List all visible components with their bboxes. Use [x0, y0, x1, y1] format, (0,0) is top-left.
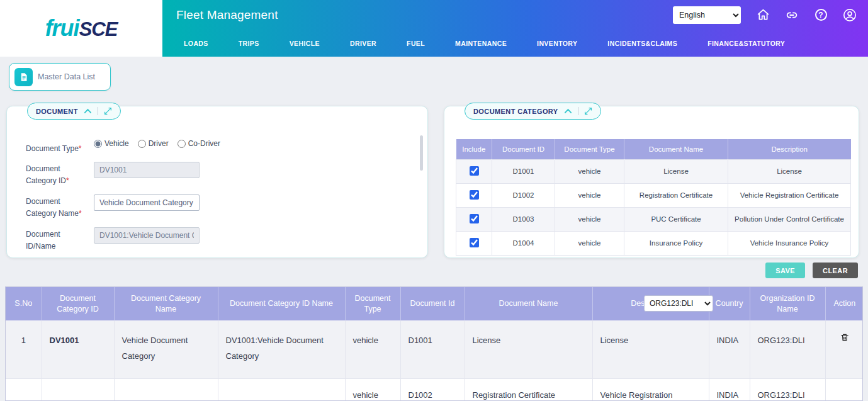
nav-item-vehicle[interactable]: VEHICLE — [290, 40, 320, 47]
document-id-cell: D1004 — [492, 231, 555, 255]
id-name-input[interactable] — [94, 227, 200, 244]
col-sno: S.No — [6, 287, 42, 320]
clear-button[interactable]: CLEAR — [813, 263, 858, 278]
include-checkbox[interactable] — [470, 166, 479, 176]
collapse-chevron-icon[interactable] — [84, 108, 92, 114]
required-mark: * — [66, 176, 69, 185]
collapse-chevron-icon[interactable] — [564, 108, 572, 114]
fleet-management-page: fruiSCE Fleet Management English — [0, 0, 868, 401]
document-name-cell: Insurance Policy — [624, 231, 728, 255]
action-cell — [825, 378, 863, 401]
language-select[interactable]: English — [673, 6, 741, 24]
radio-vehicle-label: Vehicle — [104, 139, 129, 148]
description-cell: Pollution Under Control Certificate — [728, 207, 851, 231]
category-id-input[interactable] — [94, 162, 200, 178]
nav-item-loads[interactable]: LOADS — [184, 40, 208, 47]
category-id-label: Document Category ID* — [26, 163, 87, 186]
radio-driver[interactable]: Driver — [138, 139, 169, 148]
header-actions: English — [673, 6, 857, 24]
pill-divider — [98, 107, 98, 115]
col-document-name: Document Name — [465, 287, 592, 320]
header-bar: Fleet Management English LOADS TRIPS — [162, 0, 868, 57]
col-document-category-id-name: Document Category ID Name — [218, 287, 345, 320]
col-document-name: Document Name — [624, 139, 728, 159]
col-action: Action — [825, 287, 863, 320]
organization-select[interactable]: ORG123:DLI — [644, 295, 713, 312]
pill-divider — [578, 107, 578, 115]
category-name-input[interactable] — [94, 195, 200, 211]
logo-text: fruiSCE — [45, 15, 118, 42]
include-cell — [456, 159, 492, 183]
help-icon[interactable] — [814, 8, 828, 22]
document-id-cell: D1001 — [400, 320, 465, 378]
include-cell — [456, 183, 492, 207]
delete-row-button[interactable] — [840, 333, 849, 344]
logo-frui: frui — [45, 15, 79, 41]
include-checkbox[interactable] — [470, 238, 479, 247]
nav-item-trips[interactable]: TRIPS — [239, 40, 259, 47]
include-cell — [456, 231, 492, 255]
document-name-cell: License — [465, 320, 592, 378]
category-row: D1004 vehicle Insurance Policy Vehicle I… — [456, 231, 851, 255]
form-actions: SAVE CLEAR — [765, 263, 858, 278]
col-document-type: Document Type — [555, 139, 624, 159]
document-panel: DOCUMENT Document Type* Vehicle Driver C… — [6, 106, 428, 258]
document-type-cell: vehicle — [555, 207, 624, 231]
panel-scrollbar[interactable] — [420, 135, 423, 171]
results-table: S.No Document Category ID Document Categ… — [6, 287, 863, 401]
nav-item-fuel[interactable]: FUEL — [407, 40, 425, 47]
required-mark: * — [79, 209, 82, 218]
category-id-cell — [42, 378, 114, 401]
user-icon[interactable] — [843, 8, 857, 22]
page-title: Fleet Management — [176, 8, 278, 22]
col-document-id: Document ID — [492, 139, 555, 159]
document-type-cell: vehicle — [345, 378, 400, 401]
document-type-cell: vehicle — [555, 231, 624, 255]
category-name-cell: Vehicle Document Category — [114, 320, 218, 378]
radio-vehicle-input[interactable] — [94, 140, 102, 148]
link-icon[interactable] — [785, 8, 799, 22]
include-checkbox[interactable] — [470, 214, 479, 223]
radio-co-driver-input[interactable] — [178, 140, 186, 148]
radio-driver-input[interactable] — [138, 140, 146, 148]
col-document-category-id: Document Category ID — [42, 287, 114, 320]
nav-item-inventory[interactable]: INVENTORY — [537, 40, 577, 47]
help-badge — [815, 9, 827, 21]
expand-icon[interactable] — [584, 107, 592, 115]
document-name-cell: PUC Certificate — [624, 207, 728, 231]
radio-co-driver[interactable]: Co-Driver — [178, 139, 220, 148]
home-icon[interactable] — [756, 8, 770, 22]
results-row: vehicle D1002 Registration Certificate V… — [6, 378, 863, 401]
document-id-cell: D1001 — [492, 159, 555, 183]
brand-logo: fruiSCE — [0, 0, 162, 57]
expand-icon[interactable] — [104, 107, 112, 115]
include-checkbox[interactable] — [470, 190, 479, 200]
radio-vehicle[interactable]: Vehicle — [94, 139, 129, 148]
document-category-table: Include Document ID Document Type Docume… — [456, 139, 851, 256]
document-type-cell: vehicle — [555, 183, 624, 207]
country-cell: INDIA — [709, 320, 750, 378]
save-button[interactable]: SAVE — [765, 263, 805, 278]
col-country: Country — [709, 287, 750, 320]
category-id-name-cell — [218, 378, 345, 401]
category-row: D1003 vehicle PUC Certificate Pollution … — [456, 207, 851, 231]
category-name-label: Document Category Name* — [26, 196, 87, 219]
document-panel-title: DOCUMENT — [36, 108, 78, 115]
col-include: Include — [456, 139, 492, 159]
logo-sce: SCE — [79, 18, 118, 40]
description-cell: Vehicle Insurance Policy — [728, 231, 851, 255]
nav-item-finance-statutory[interactable]: FINANCE&STATUTORY — [707, 40, 785, 47]
nav-item-incidents-claims[interactable]: INCIDENTS&CLAIMS — [607, 40, 677, 47]
nav-item-maintenance[interactable]: MAINTENANCE — [455, 40, 507, 47]
header-top-row: Fleet Management English — [162, 0, 868, 30]
results-table-container: ORG123:DLI S.No Document Category ID Doc… — [5, 286, 863, 401]
col-organization-id-name: Organization ID Name — [750, 287, 825, 320]
document-name-cell: Registration Certificate — [624, 183, 728, 207]
master-data-list-badge[interactable]: Master Data List — [9, 63, 111, 91]
main-nav: LOADS TRIPS VEHICLE DRIVER FUEL MAINTENA… — [162, 30, 868, 57]
nav-item-driver[interactable]: DRIVER — [350, 40, 376, 47]
organization-cell: ORG123:DLI — [750, 378, 825, 401]
col-document-type: Document Type — [345, 287, 400, 320]
document-type-cell: vehicle — [555, 159, 624, 183]
description-cell: License — [592, 320, 709, 378]
